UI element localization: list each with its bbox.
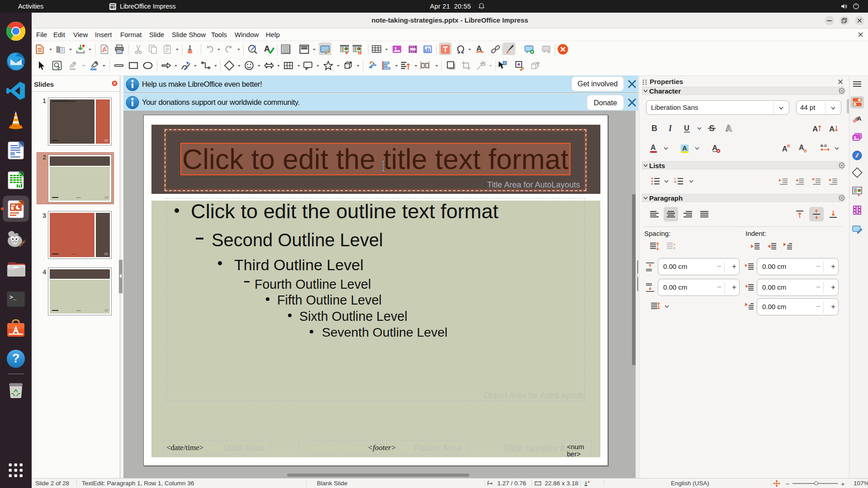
svg-text:A: A bbox=[857, 115, 862, 122]
svg-text:I: I bbox=[675, 177, 675, 180]
svg-text:B-D: B-D bbox=[821, 144, 827, 148]
svg-text:A: A bbox=[682, 144, 687, 152]
svg-text:>_: >_ bbox=[9, 294, 17, 301]
svg-text:B: B bbox=[804, 149, 807, 153]
svg-text:A: A bbox=[829, 125, 835, 133]
svg-text:II: II bbox=[675, 180, 676, 183]
svg-text:I: I bbox=[668, 124, 672, 133]
svg-text:A: A bbox=[727, 125, 733, 134]
svg-text:U: U bbox=[684, 124, 689, 132]
svg-text:A: A bbox=[812, 125, 818, 133]
svg-text:B: B bbox=[651, 124, 657, 133]
svg-text:A: A bbox=[651, 144, 656, 151]
svg-text:B: B bbox=[787, 144, 790, 148]
svg-text:?: ? bbox=[12, 352, 20, 365]
